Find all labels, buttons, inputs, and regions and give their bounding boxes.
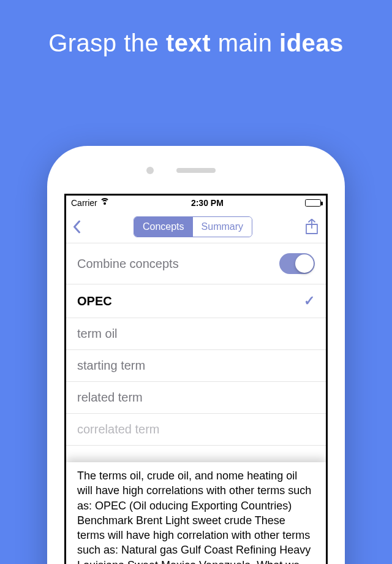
battery-icon [305,199,321,207]
check-icon: ✓ [304,293,315,309]
concept-item[interactable]: term oil [66,318,326,350]
combine-concepts-toggle[interactable] [279,253,315,274]
carrier-label: Carrier [71,198,97,208]
combine-concepts-label: Combine concepts [77,257,179,271]
concept-item[interactable]: correlated term [66,414,326,446]
segmented-control: Concepts Summary [134,216,252,237]
concept-label: OPEC [77,294,112,308]
status-bar: Carrier 2:30 PM [66,196,326,210]
summary-panel[interactable]: The terms oil, crude oil, and nome heati… [66,462,326,564]
tab-summary[interactable]: Summary [193,217,252,237]
concept-item[interactable]: starting term [66,350,326,382]
share-button[interactable] [305,219,320,235]
concept-item[interactable]: OPEC ✓ [66,284,326,318]
concept-label: related term [77,391,143,405]
concept-item[interactable]: related term [66,382,326,414]
status-time: 2:30 PM [191,198,224,208]
back-button[interactable] [72,219,81,234]
phone-screen: Carrier 2:30 PM Concepts Summary [64,194,328,564]
headline-part: Grasp the [48,29,166,56]
summary-text: The terms oil, crude oil, and nome heati… [77,470,313,564]
concept-label: starting term [77,359,145,373]
tab-concepts[interactable]: Concepts [134,217,193,237]
concept-label: term oil [77,327,118,341]
wifi-icon [100,199,110,207]
headline-bold: ideas [279,29,344,56]
concept-label: correlated term [77,422,160,436]
headline-bold: text [166,29,211,56]
headline-part: main [211,29,279,56]
marketing-headline: Grasp the text main ideas [0,0,392,57]
concepts-list[interactable]: OPEC ✓ term oil starting term related te… [66,284,326,462]
nav-bar: Concepts Summary [66,210,326,243]
combine-concepts-row: Combine concepts [66,243,326,284]
phone-mockup: Carrier 2:30 PM Concepts Summary [47,146,345,564]
